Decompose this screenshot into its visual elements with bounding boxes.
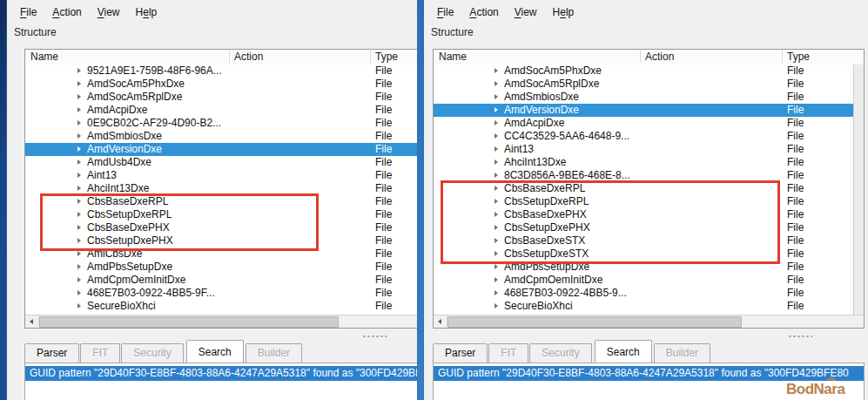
tree-row-amdversiondxe[interactable]: AmdVersionDxe File	[434, 104, 864, 117]
expand-arrow-icon[interactable]	[495, 238, 498, 243]
tab-search[interactable]: Search	[595, 340, 652, 363]
menu-item-action[interactable]: Action	[44, 3, 89, 22]
expand-arrow-icon[interactable]	[495, 146, 498, 152]
column-header-type[interactable]: Type	[787, 51, 810, 63]
expand-arrow-icon[interactable]	[495, 290, 498, 295]
tree-row-amdacpidxe[interactable]: AmdAcpiDxe File	[434, 117, 864, 130]
tree-row-9521a9e1-759b-48f6-96a[interactable]: 9521A9E1-759B-48F6-96A... File	[25, 64, 417, 78]
column-header-name[interactable]: Name	[439, 51, 467, 63]
expand-arrow-icon[interactable]	[495, 159, 498, 165]
tree-row-securebioxhci[interactable]: SecureBioXhci File	[434, 300, 864, 313]
tree-row-amdusb4dxe[interactable]: AmdUsb4Dxe File	[25, 156, 417, 169]
tree-row-amdacpidxe[interactable]: AmdAcpiDxe File	[25, 104, 417, 117]
tree-row-cbsbasedxerpl[interactable]: CbsBaseDxeRPL File	[25, 195, 417, 208]
tree-row-amdpbssetupdxe[interactable]: AmdPbsSetupDxe File	[25, 261, 417, 274]
expand-arrow-icon[interactable]	[77, 133, 81, 139]
expand-arrow-icon[interactable]	[77, 159, 81, 165]
expand-arrow-icon[interactable]	[77, 264, 81, 269]
tree-row-468e7b03-0922-4bb5-9[interactable]: 468E7B03-0922-4BB5-9... File	[434, 287, 864, 300]
expand-arrow-icon[interactable]	[495, 68, 498, 73]
expand-arrow-icon[interactable]	[495, 277, 498, 282]
expand-arrow-icon[interactable]	[77, 225, 81, 230]
tree-row-cc4c3529-5aa6-4648-9[interactable]: CC4C3529-5AA6-4648-9... File	[434, 130, 864, 143]
tree-row-cbsbasedxestx[interactable]: CbsBaseDxeSTX File	[434, 234, 864, 247]
tab-parser[interactable]: Parser	[24, 343, 79, 363]
expand-arrow-icon[interactable]	[77, 81, 81, 86]
tab-fit[interactable]: FIT	[488, 343, 528, 363]
tree-row-ahciint13dxe[interactable]: AhciInt13Dxe File	[25, 182, 417, 195]
menu-item-action[interactable]: Action	[461, 3, 506, 22]
tree-row-aint13[interactable]: Aint13 File	[25, 169, 417, 182]
menu-item-file[interactable]: File	[429, 3, 461, 22]
scroll-left-arrow-icon[interactable]	[25, 315, 39, 327]
scroll-left-arrow-icon[interactable]	[434, 315, 447, 327]
expand-arrow-icon[interactable]	[77, 212, 81, 217]
expand-arrow-icon[interactable]	[495, 94, 498, 99]
tree-row-8c3d856a-9be6-468e-8[interactable]: 8C3D856A-9BE6-468E-8... File	[434, 169, 864, 182]
tree-row-aint13[interactable]: Aint13 File	[434, 143, 864, 156]
tree-row-468e7b03-0922-4bb5-9f[interactable]: 468E7B03-0922-4BB5-9F... File	[25, 287, 417, 300]
horizontal-scrollbar[interactable]	[25, 315, 417, 328]
expand-arrow-icon[interactable]	[495, 212, 498, 217]
tree-row-amicbsdxe[interactable]: AmiCbsDxe File	[25, 247, 417, 261]
menu-item-view[interactable]: View	[90, 3, 128, 22]
expand-arrow-icon[interactable]	[77, 290, 81, 295]
vertical-scrollbar[interactable]	[853, 64, 864, 315]
expand-arrow-icon[interactable]	[77, 277, 81, 282]
column-header-action[interactable]: Action	[645, 51, 674, 63]
search-result-row[interactable]: GUID pattern "29D40F30-E8BF-4803-88A6-42…	[25, 366, 417, 381]
tree-row-amdsmbiosdxe[interactable]: AmdSmbiosDxe File	[434, 91, 864, 104]
tree-row-cbssetupdxephx[interactable]: CbsSetupDxePHX File	[434, 221, 864, 234]
tree-row-amdsocam5phxdxe[interactable]: AmdSocAm5PhxDxe File	[25, 78, 417, 91]
tab-security[interactable]: Security	[121, 343, 183, 363]
tree-row-cbssetupdxephx[interactable]: CbsSetupDxePHX File	[25, 234, 417, 247]
expand-arrow-icon[interactable]	[495, 133, 498, 139]
expand-arrow-icon[interactable]	[495, 107, 498, 112]
tree-row-amdsocam5rpldxe[interactable]: AmdSocAm5RplDxe File	[434, 78, 864, 91]
expand-arrow-icon[interactable]	[77, 107, 81, 112]
tab-parser[interactable]: Parser	[433, 343, 488, 363]
expand-arrow-icon[interactable]	[77, 94, 81, 99]
expand-arrow-icon[interactable]	[495, 251, 498, 256]
tree-row-cbsbasedxephx[interactable]: CbsBaseDxePHX File	[434, 208, 864, 221]
tree-row-ahciint13dxe[interactable]: AhciInt13Dxe File	[434, 156, 864, 169]
splitter-handle[interactable]	[788, 334, 812, 337]
tree-row-cbssetupdxerpl[interactable]: CbsSetupDxeRPL File	[25, 208, 417, 221]
tree-row-amdsmbiosdxe[interactable]: AmdSmbiosDxe File	[25, 130, 417, 143]
splitter-handle[interactable]	[362, 334, 387, 337]
tab-fit[interactable]: FIT	[80, 343, 120, 363]
tree-row-amdcpmoeminitdxe[interactable]: AmdCpmOemInitDxe File	[434, 274, 864, 287]
expand-arrow-icon[interactable]	[495, 120, 498, 125]
expand-arrow-icon[interactable]	[495, 173, 498, 178]
tree-row-cbssetupdxerpl[interactable]: CbsSetupDxeRPL File	[434, 195, 864, 208]
tab-builder[interactable]: Builder	[654, 343, 710, 363]
menu-item-file[interactable]: File	[12, 3, 44, 22]
tree-row-0e9cb02c-af29-4d90-b2[interactable]: 0E9CB02C-AF29-4D90-B2... File	[25, 117, 417, 130]
tree-row-amdcpmoeminitdxe[interactable]: AmdCpmOemInitDxe File	[25, 274, 417, 287]
tab-security[interactable]: Security	[529, 343, 591, 363]
expand-arrow-icon[interactable]	[495, 81, 498, 86]
expand-arrow-icon[interactable]	[77, 251, 81, 256]
expand-arrow-icon[interactable]	[77, 303, 81, 308]
tab-builder[interactable]: Builder	[246, 343, 302, 363]
expand-arrow-icon[interactable]	[77, 68, 81, 73]
tree-row-amdsocam5phxdxe[interactable]: AmdSocAm5PhxDxe File	[434, 64, 864, 78]
tab-search[interactable]: Search	[186, 340, 244, 363]
expand-arrow-icon[interactable]	[495, 225, 498, 230]
search-result-row[interactable]: GUID pattern "29D40F30-E8BF-4803-88A6-42…	[434, 366, 864, 381]
column-header-type[interactable]: Type	[375, 51, 398, 63]
menu-item-help[interactable]: Help	[128, 3, 165, 22]
expand-arrow-icon[interactable]	[495, 303, 498, 308]
tree-row-securebioxhci[interactable]: SecureBioXhci File	[25, 300, 417, 313]
tree-row-amdversiondxe[interactable]: AmdVersionDxe File	[25, 143, 417, 156]
tree-row-cbssetupdxestx[interactable]: CbsSetupDxeSTX File	[434, 247, 864, 261]
column-header-action[interactable]: Action	[234, 51, 263, 63]
horizontal-scrollbar[interactable]	[434, 315, 864, 328]
expand-arrow-icon[interactable]	[77, 120, 81, 125]
tree-row-amdsocam5rpldxe[interactable]: AmdSocAm5RplDxe File	[25, 91, 417, 104]
scrollbar-thumb[interactable]	[447, 316, 742, 328]
expand-arrow-icon[interactable]	[77, 238, 81, 243]
menu-item-view[interactable]: View	[507, 3, 545, 22]
expand-arrow-icon[interactable]	[77, 186, 81, 191]
expand-arrow-icon[interactable]	[77, 199, 81, 204]
